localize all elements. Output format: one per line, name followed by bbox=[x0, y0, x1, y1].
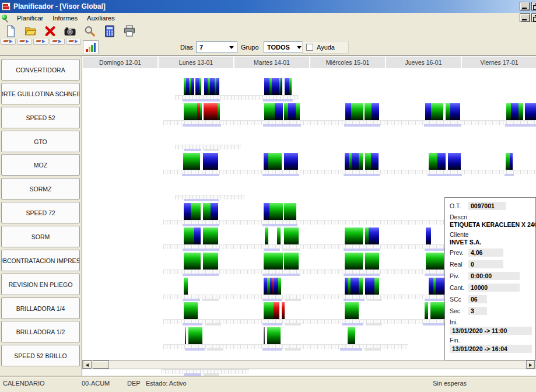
mdi-restore-button[interactable] bbox=[531, 13, 536, 22]
gantt-block[interactable] bbox=[426, 253, 444, 270]
title-bar[interactable]: Planificador - [Visor Global] bbox=[0, 0, 536, 13]
gantt-block[interactable] bbox=[345, 302, 359, 319]
gantt-block[interactable] bbox=[195, 78, 201, 95]
gantt-block[interactable] bbox=[345, 103, 363, 120]
gantt-block[interactable] bbox=[264, 327, 265, 344]
scroll-thumb[interactable] bbox=[93, 360, 109, 369]
gantt-block[interactable] bbox=[264, 78, 282, 95]
gantt-block[interactable] bbox=[277, 228, 281, 244]
mdi-minimize-button[interactable] bbox=[520, 13, 530, 22]
gantt-block[interactable] bbox=[284, 103, 300, 120]
sidebar-item-revision-en-pliego[interactable]: REVISION EN PLIEGO bbox=[1, 274, 80, 295]
sidebar-item-convertidora[interactable]: CONVERTIDORA bbox=[1, 59, 80, 80]
sidebar-item-speed-72[interactable]: SPEED 72 bbox=[1, 202, 80, 223]
gantt-block[interactable] bbox=[506, 103, 523, 120]
gantt-block[interactable] bbox=[365, 228, 379, 244]
sidebar-item-sorm[interactable]: SORM bbox=[1, 226, 80, 247]
gantt-block[interactable] bbox=[430, 302, 444, 319]
ayuda-checkbox[interactable] bbox=[306, 44, 313, 51]
gantt-block[interactable] bbox=[185, 327, 186, 344]
gantt-block[interactable] bbox=[345, 278, 363, 295]
gantt-block[interactable] bbox=[184, 253, 201, 270]
dias-select[interactable]: 7 bbox=[196, 41, 237, 53]
print-icon[interactable] bbox=[123, 25, 136, 37]
minimize-button[interactable] bbox=[520, 2, 530, 10]
gantt-block[interactable] bbox=[446, 103, 460, 120]
gantt-block[interactable] bbox=[365, 103, 379, 120]
gantt-block[interactable] bbox=[365, 153, 379, 170]
gantt-block[interactable] bbox=[184, 103, 202, 120]
restore-button[interactable] bbox=[531, 2, 536, 10]
gantt-block[interactable] bbox=[184, 302, 198, 319]
gantt-block[interactable] bbox=[285, 78, 292, 95]
sidebar-item-brilladora-1-2[interactable]: BRILLADORA 1/2 bbox=[1, 321, 80, 342]
gantt-block[interactable] bbox=[365, 278, 379, 295]
search-icon[interactable] bbox=[83, 25, 96, 37]
gantt-block[interactable] bbox=[265, 228, 268, 244]
gantt-block[interactable] bbox=[203, 153, 218, 170]
gantt-block[interactable] bbox=[282, 302, 285, 319]
delete-icon[interactable] bbox=[44, 25, 57, 37]
gantt-block[interactable] bbox=[264, 153, 282, 170]
gantt-block[interactable] bbox=[264, 103, 283, 120]
gantt-block[interactable] bbox=[284, 153, 298, 170]
gantt-block[interactable] bbox=[284, 228, 299, 244]
gantt-block[interactable] bbox=[203, 203, 218, 220]
gantt-block[interactable] bbox=[267, 327, 281, 344]
sidebar-item-corte-guillotina-schneide[interactable]: CORTE GUILLOTINA SCHNEIDE bbox=[1, 83, 80, 104]
gantt-block[interactable] bbox=[345, 253, 363, 270]
nav-arrow-button[interactable] bbox=[33, 39, 48, 45]
sidebar-item-speed-52-brillo[interactable]: SPEED 52 BRILLO bbox=[1, 345, 80, 366]
gantt-block[interactable] bbox=[184, 228, 201, 244]
sidebar-item-subcontratacion-impresio[interactable]: SUBCONTRATACION IMPRESIO bbox=[1, 250, 80, 271]
scroll-right-button[interactable] bbox=[526, 360, 535, 369]
nav-arrow-button[interactable] bbox=[50, 39, 65, 45]
gantt-block[interactable] bbox=[525, 103, 536, 120]
menu-informes[interactable]: Informes bbox=[48, 13, 82, 23]
gantt-block[interactable] bbox=[264, 302, 279, 319]
gantt-block[interactable] bbox=[506, 153, 513, 170]
gantt-block[interactable] bbox=[365, 253, 379, 270]
sidebar-item-brilladora-1-4[interactable]: BRILLADORA 1/4 bbox=[1, 298, 80, 319]
gantt-block[interactable] bbox=[284, 253, 299, 270]
gantt-block[interactable] bbox=[204, 103, 220, 120]
menu-auxiliares[interactable]: Auxiliares bbox=[82, 13, 120, 23]
sidebar-item-speed-52[interactable]: SPEED 52 bbox=[1, 107, 80, 128]
new-document-icon[interactable] bbox=[4, 25, 17, 37]
gantt-block[interactable] bbox=[264, 203, 283, 220]
open-folder-icon[interactable] bbox=[24, 25, 37, 37]
pin-icon[interactable] bbox=[2, 14, 9, 23]
gantt-block[interactable] bbox=[425, 103, 443, 120]
menu-planificar[interactable]: Planificar bbox=[12, 13, 48, 23]
gantt-block[interactable] bbox=[429, 153, 446, 170]
calculator-icon[interactable] bbox=[103, 25, 116, 37]
gantt-block[interactable] bbox=[284, 203, 296, 220]
gantt-block[interactable] bbox=[429, 278, 444, 295]
grupo-select[interactable]: TODOS bbox=[264, 41, 305, 53]
gantt-block[interactable] bbox=[183, 153, 200, 170]
gantt-block[interactable] bbox=[203, 228, 218, 244]
gantt-block[interactable] bbox=[264, 253, 283, 270]
gantt-block[interactable] bbox=[188, 327, 202, 344]
scroll-left-button[interactable] bbox=[83, 360, 92, 369]
gantt-block[interactable] bbox=[425, 302, 428, 319]
chart-view-button[interactable] bbox=[83, 40, 99, 54]
gantt-block[interactable] bbox=[448, 153, 461, 170]
gantt-block[interactable] bbox=[348, 327, 355, 344]
horizontal-scrollbar[interactable] bbox=[82, 360, 535, 369]
gantt-block[interactable] bbox=[345, 228, 363, 244]
gantt-block[interactable] bbox=[426, 228, 431, 244]
gantt-block[interactable] bbox=[345, 153, 363, 170]
gantt-block[interactable] bbox=[264, 278, 281, 295]
gantt-block[interactable] bbox=[184, 78, 194, 95]
gantt-block[interactable] bbox=[184, 203, 201, 220]
gantt-block[interactable] bbox=[203, 253, 218, 270]
sidebar-item-moz[interactable]: MOZ bbox=[1, 154, 80, 176]
gantt-block[interactable] bbox=[204, 78, 219, 95]
nav-arrow-button[interactable] bbox=[66, 39, 81, 45]
sidebar-item-sormz[interactable]: SORMZ bbox=[1, 178, 80, 200]
nav-arrow-button[interactable] bbox=[17, 39, 32, 45]
nav-arrow-button[interactable] bbox=[1, 39, 16, 45]
gantt-block[interactable] bbox=[184, 278, 188, 295]
camera-icon[interactable] bbox=[64, 25, 76, 37]
